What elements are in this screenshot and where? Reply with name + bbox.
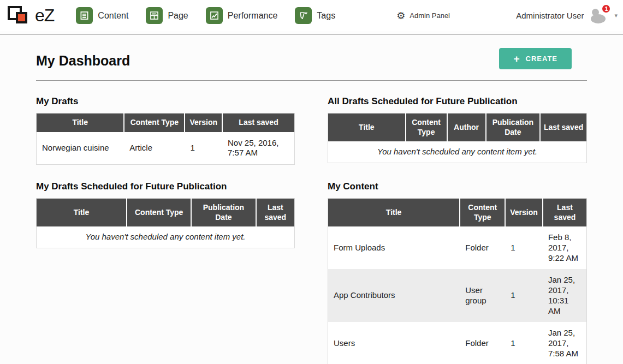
table-row[interactable]: UsersFolder1Jan 25, 2017, 7:58 AM — [328, 322, 587, 364]
table-cell: Feb 8, 2017, 9:22 AM — [543, 226, 587, 269]
table-header-row: TitleContent TypeAuthorPublication DateL… — [328, 114, 587, 142]
panel-title: My Drafts — [36, 96, 295, 107]
panel-my-drafts: My Drafts TitleContent TypeVersionLast s… — [36, 96, 295, 165]
performance-icon — [206, 7, 223, 24]
my-drafts-scheduled-table: TitleContent TypePublication DateLast sa… — [36, 198, 295, 248]
table-row[interactable]: Norwegian cuisineArticle1Nov 25, 2016, 7… — [37, 132, 295, 165]
column-header: Version — [505, 199, 543, 227]
logo-orange-square — [16, 12, 27, 23]
table-cell: Form Uploads — [328, 226, 460, 269]
caret-down-icon: ▾ — [614, 12, 618, 19]
nav-label-tags: Tags — [317, 11, 335, 21]
table-cell: Users — [328, 322, 460, 364]
table-row[interactable]: App ContributorsUser group1Jan 25, 2017,… — [328, 269, 587, 322]
avatar-body — [591, 14, 606, 23]
table-header-row: TitleContent TypeVersionLast saved — [328, 199, 587, 227]
column-header: Content Type — [124, 114, 185, 132]
empty-row: You haven't scheduled any content item y… — [37, 226, 295, 248]
nav-item-tags[interactable]: Tags — [295, 7, 335, 24]
table-cell: Nov 25, 2016, 7:57 AM — [222, 132, 294, 165]
column-header: Last saved — [256, 199, 295, 227]
panel-all-drafts-scheduled: All Drafts Scheduled for Future Publicat… — [328, 96, 587, 163]
table-cell: App Contributors — [328, 269, 460, 322]
ez-logo[interactable]: eZ — [8, 4, 54, 27]
column-header: Author — [447, 114, 486, 142]
nav-item-performance[interactable]: Performance — [206, 7, 278, 24]
notification-badge[interactable]: 1 — [601, 4, 611, 14]
logo-text: eZ — [35, 5, 54, 26]
column-header: Content Type — [127, 199, 191, 227]
panel-title: My Drafts Scheduled for Future Publicati… — [36, 181, 295, 192]
plus-icon: + — [513, 53, 520, 64]
column-header: Last saved — [540, 114, 586, 142]
admin-panel-label: Admin Panel — [410, 11, 450, 20]
panel-my-drafts-scheduled: My Drafts Scheduled for Future Publicati… — [36, 181, 295, 248]
user-menu[interactable]: Administrator User 1 ▾ — [516, 7, 618, 25]
user-name: Administrator User — [516, 11, 584, 20]
admin-panel-button[interactable]: ⚙ Admin Panel — [396, 11, 450, 21]
create-button[interactable]: + CREATE — [499, 48, 572, 69]
column-header: Version — [185, 114, 222, 132]
my-content-table: TitleContent TypeVersionLast saved Form … — [328, 198, 587, 364]
table-cell: Article — [124, 132, 185, 165]
panel-title: All Drafts Scheduled for Future Publicat… — [328, 96, 587, 107]
table-cell: Folder — [460, 322, 505, 364]
page-header: My Dashboard + CREATE — [36, 48, 587, 81]
nav-label-page: Page — [168, 11, 188, 21]
table-cell: Norwegian cuisine — [37, 132, 124, 165]
table-cell: Jan 25, 2017, 7:58 AM — [543, 322, 587, 364]
column-header: Title — [37, 114, 124, 132]
table-header-row: TitleContent TypePublication DateLast sa… — [37, 199, 295, 227]
table-cell: User group — [460, 269, 505, 322]
my-drafts-table: TitleContent TypeVersionLast saved Norwe… — [36, 113, 295, 165]
dashboard-grid: My Drafts TitleContent TypeVersionLast s… — [36, 96, 587, 364]
nav-item-page[interactable]: Page — [146, 7, 188, 24]
column-header: Title — [37, 199, 127, 227]
table-header-row: TitleContent TypeVersionLast saved — [37, 114, 295, 132]
empty-row: You haven't scheduled any content item y… — [328, 141, 587, 163]
empty-message: You haven't scheduled any content item y… — [37, 226, 295, 248]
nav-label-content: Content — [98, 11, 128, 21]
table-cell: 1 — [505, 322, 543, 364]
panel-title: My Content — [328, 181, 587, 192]
panel-my-content: My Content TitleContent TypeVersionLast … — [328, 181, 587, 364]
table-cell: 1 — [185, 132, 222, 165]
ez-logo-icon — [8, 4, 32, 27]
column-header: Content Type — [460, 199, 505, 227]
column-header: Last saved — [543, 199, 587, 227]
user-avatar-icon[interactable]: 1 — [589, 7, 609, 25]
navbar-divider — [0, 31, 623, 35]
dashboard-main: My Dashboard + CREATE My Drafts TitleCon… — [0, 35, 623, 364]
create-button-label: CREATE — [526, 55, 557, 63]
column-header: Title — [328, 199, 460, 227]
gear-icon: ⚙ — [396, 11, 405, 21]
table-row[interactable]: Form UploadsFolder1Feb 8, 2017, 9:22 AM — [328, 226, 587, 269]
empty-message: You haven't scheduled any content item y… — [328, 141, 587, 163]
table-cell: 1 — [505, 226, 543, 269]
table-cell: 1 — [505, 269, 543, 322]
page-title: My Dashboard — [36, 53, 130, 69]
page-icon — [146, 7, 163, 24]
nav-label-performance: Performance — [228, 11, 278, 21]
column-header: Last saved — [222, 114, 294, 132]
tags-icon — [295, 7, 312, 24]
column-header: Publication Date — [191, 199, 256, 227]
all-drafts-scheduled-table: TitleContent TypeAuthorPublication DateL… — [328, 113, 587, 163]
column-header: Publication Date — [486, 114, 541, 142]
table-cell: Jan 25, 2017, 10:31 AM — [543, 269, 587, 322]
column-header: Title — [328, 114, 406, 142]
column-header: Content Type — [406, 114, 447, 142]
main-nav: Content Page Performance — [76, 7, 353, 24]
content-icon — [76, 7, 93, 24]
top-navbar: eZ Content Pag — [0, 0, 623, 31]
nav-item-content[interactable]: Content — [76, 7, 128, 24]
table-cell: Folder — [460, 226, 505, 269]
